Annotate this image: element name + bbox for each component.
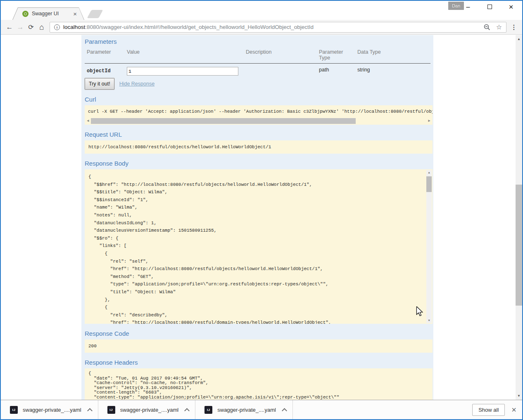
home-icon[interactable]: ⌂ [36, 23, 47, 32]
hide-response-link[interactable]: Hide Response [119, 81, 155, 87]
forward-icon: → [15, 23, 26, 31]
minimize-button[interactable]: – [464, 5, 473, 9]
url-text[interactable]: localhost:8080/swagger-ui/index.html#!/h… [63, 24, 484, 30]
request-url-heading: Request URL [85, 131, 433, 139]
response-code-heading: Response Code [85, 330, 433, 338]
profile-badge[interactable]: Dan [448, 2, 464, 10]
scroll-down-icon[interactable]: ▼ [516, 394, 522, 398]
response-headers-block: { "date": "Tue, 01 Aug 2017 09:49:54 GMT… [85, 368, 433, 400]
yaml-file-icon: IJ [10, 406, 18, 414]
response-body-json: { "$$href": "http://localhost:8080/restf… [85, 169, 433, 324]
page-viewport: Parameters Parameter Value Description P… [1, 35, 522, 400]
swagger-favicon-icon [22, 11, 29, 17]
request-url-value: http://localhost:8080/restful/objects/he… [85, 140, 433, 154]
response-body-heading: Response Body [85, 159, 433, 168]
swagger-operation-panel: Parameters Parameter Value Description P… [81, 35, 433, 400]
page-scrollbar-thumb[interactable] [516, 185, 522, 306]
yaml-file-icon: IJ [107, 406, 115, 414]
response-body-scrollbar-thumb[interactable] [426, 176, 432, 192]
show-all-button[interactable]: Show all [472, 404, 505, 416]
objectid-value-input[interactable] [127, 67, 238, 76]
parameters-table-header: Parameter Value Description Parameter Ty… [85, 47, 430, 64]
parameters-table: Parameter Value Description Parameter Ty… [85, 47, 430, 76]
chevron-up-icon[interactable] [184, 407, 189, 412]
response-headers-heading: Response Headers [85, 358, 433, 367]
chevron-up-icon[interactable] [282, 407, 287, 412]
scroll-up-icon[interactable]: ▲ [516, 37, 522, 41]
curl-command-block: curl -X GET --header 'Accept: applicatio… [85, 105, 433, 125]
curl-command-text: curl -X GET --header 'Accept: applicatio… [85, 105, 433, 114]
downloads-bar: IJ swagger-private_....yaml IJ swagger-p… [1, 400, 522, 419]
tab-title: Swagger UI [32, 11, 72, 17]
browser-toolbar: ← → ⟳ ⌂ i localhost:8080/swagger-ui/inde… [1, 20, 522, 35]
response-body-scrollbar[interactable]: ▲ ▼ [426, 170, 432, 323]
scroll-right-icon[interactable]: ► [426, 119, 432, 123]
response-code-value: 200 [85, 339, 433, 353]
page-scrollbar[interactable]: ▲ ▼ [516, 35, 522, 400]
download-item[interactable]: IJ swagger-private_....yaml [98, 400, 196, 419]
curl-horizontal-scrollbar[interactable]: ◄ ► [85, 118, 432, 124]
back-icon[interactable]: ← [4, 23, 15, 31]
scroll-up-icon[interactable]: ▲ [426, 171, 432, 174]
yaml-file-icon: IJ [204, 406, 212, 414]
download-item[interactable]: IJ swagger-private_....yaml [195, 400, 293, 419]
tab-close-icon[interactable]: × [72, 11, 78, 17]
bookmark-star-icon[interactable]: ☆ [496, 24, 502, 31]
zoom-indicator-icon[interactable] [484, 24, 490, 31]
response-body-block[interactable]: { "$$href": "http://localhost:8080/restf… [85, 169, 433, 324]
url-bar[interactable]: i localhost:8080/swagger-ui/index.html#!… [50, 22, 506, 33]
scroll-down-icon[interactable]: ▼ [426, 319, 432, 322]
download-item[interactable]: IJ swagger-private_....yaml [1, 400, 98, 419]
browser-window: Swagger UI × Dan – × ← → ⟳ ⌂ i localhost… [0, 0, 523, 420]
parameter-row-objectid: objectId path string [85, 64, 430, 76]
parameters-heading: Parameters [85, 38, 433, 46]
chrome-menu-icon[interactable]: ⋮ [509, 24, 519, 31]
tab-swagger-ui[interactable]: Swagger UI × [12, 7, 84, 20]
try-it-out-button[interactable]: Try it out! [85, 78, 114, 90]
curl-heading: Curl [85, 95, 433, 104]
maximize-button[interactable] [485, 3, 494, 11]
refresh-icon[interactable]: ⟳ [26, 23, 36, 31]
scroll-left-icon[interactable]: ◄ [85, 119, 91, 123]
page-info-icon[interactable]: i [54, 24, 60, 30]
downloads-close-icon[interactable]: × [511, 406, 516, 414]
curl-scrollbar-thumb[interactable] [91, 118, 356, 124]
response-headers-json: { "date": "Tue, 01 Aug 2017 09:49:54 GMT… [88, 371, 429, 400]
title-bar: Swagger UI × Dan – × [1, 1, 522, 20]
window-close-button[interactable]: × [506, 4, 516, 10]
chevron-up-icon[interactable] [87, 407, 92, 412]
new-tab-button[interactable] [87, 10, 103, 18]
